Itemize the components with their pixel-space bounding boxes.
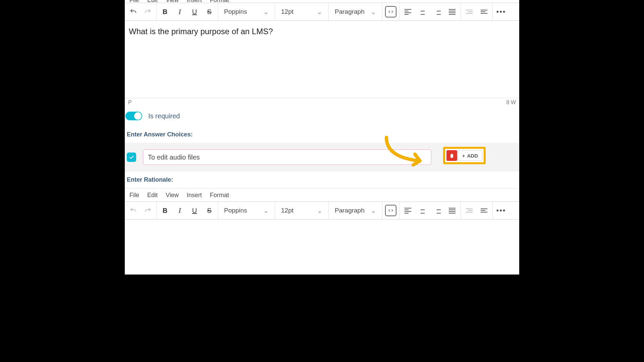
underline-button[interactable]: U bbox=[189, 6, 200, 17]
font-family-select-2[interactable]: Poppins ⌄ bbox=[221, 207, 272, 215]
chevron-down-icon: ⌄ bbox=[263, 8, 269, 16]
chevron-down-icon: ⌄ bbox=[317, 8, 322, 16]
block-format-select-2[interactable]: Paragraph ⌄ bbox=[331, 207, 379, 215]
align-right-button-2[interactable] bbox=[432, 205, 443, 216]
menu-file-2[interactable]: File bbox=[129, 192, 139, 199]
menu-insert-2[interactable]: Insert bbox=[187, 192, 202, 199]
answer-choice-row: + ADD bbox=[125, 143, 519, 172]
choices-label: Enter Answer Choices: bbox=[125, 124, 519, 143]
toolbar-question: B I U S Poppins ⌄ 12pt ⌄ Paragraph bbox=[125, 3, 519, 21]
bold-button[interactable]: B bbox=[159, 6, 171, 17]
indent-button[interactable] bbox=[478, 6, 490, 17]
question-text: What is the primary purpose of an LMS? bbox=[129, 27, 273, 36]
plus-icon: + bbox=[462, 153, 465, 159]
strike-button-2[interactable]: S bbox=[204, 205, 215, 216]
choice-checkbox[interactable] bbox=[127, 153, 136, 162]
menu-edit-2[interactable]: Edit bbox=[147, 192, 158, 199]
more-button-2[interactable]: ••• bbox=[495, 205, 507, 216]
block-format-select[interactable]: Paragraph ⌄ bbox=[331, 8, 379, 16]
italic-button[interactable]: I bbox=[174, 6, 185, 17]
font-family-label: Poppins bbox=[224, 8, 247, 15]
italic-button-2[interactable]: I bbox=[174, 205, 185, 216]
redo-button-2[interactable] bbox=[142, 205, 154, 216]
required-toggle[interactable] bbox=[125, 112, 142, 120]
status-words: 8 W bbox=[506, 100, 516, 106]
menubar-top: File Edit View Insert Format bbox=[125, 0, 519, 3]
align-left-button-2[interactable] bbox=[402, 205, 414, 216]
status-path: P bbox=[128, 100, 132, 106]
align-justify-button[interactable] bbox=[446, 6, 458, 17]
delete-choice-button[interactable] bbox=[446, 150, 457, 161]
font-size-label: 12pt bbox=[281, 8, 293, 15]
redo-button[interactable] bbox=[142, 6, 154, 17]
chevron-down-icon: ⌄ bbox=[371, 207, 376, 215]
font-size-select-2[interactable]: 12pt ⌄ bbox=[278, 207, 326, 215]
font-family-select[interactable]: Poppins ⌄ bbox=[221, 8, 272, 16]
add-choice-button[interactable]: + ADD bbox=[458, 150, 482, 161]
undo-button[interactable] bbox=[127, 6, 139, 17]
font-size-select[interactable]: 12pt ⌄ bbox=[278, 8, 326, 16]
align-center-button[interactable] bbox=[417, 6, 428, 17]
align-center-button-2[interactable] bbox=[417, 205, 428, 216]
rationale-editor[interactable] bbox=[125, 220, 519, 275]
code-button[interactable] bbox=[385, 6, 396, 17]
menu-view-2[interactable]: View bbox=[166, 192, 179, 199]
align-right-button[interactable] bbox=[432, 6, 443, 17]
chevron-down-icon: ⌄ bbox=[371, 8, 376, 16]
outdent-button[interactable] bbox=[464, 6, 475, 17]
choice-input[interactable] bbox=[143, 149, 431, 165]
menubar-rationale: File Edit View Insert Format bbox=[125, 188, 519, 201]
indent-button-2[interactable] bbox=[478, 205, 490, 216]
question-editor[interactable]: What is the primary purpose of an LMS? bbox=[125, 21, 519, 98]
add-delete-highlight: + ADD bbox=[443, 147, 486, 164]
code-button-2[interactable] bbox=[385, 205, 396, 216]
chevron-down-icon: ⌄ bbox=[317, 207, 322, 215]
add-label: ADD bbox=[467, 153, 478, 159]
more-button[interactable]: ••• bbox=[495, 6, 507, 17]
bold-button-2[interactable]: B bbox=[159, 205, 171, 216]
block-format-label: Paragraph bbox=[335, 8, 365, 15]
strike-button[interactable]: S bbox=[204, 6, 215, 17]
required-row: Is required bbox=[125, 108, 519, 124]
align-justify-button-2[interactable] bbox=[446, 205, 458, 216]
editor-statusbar: P 8 W bbox=[125, 98, 519, 108]
underline-button-2[interactable]: U bbox=[189, 205, 200, 216]
undo-button-2[interactable] bbox=[127, 205, 139, 216]
rationale-label: Enter Rationale: bbox=[125, 172, 519, 188]
toolbar-rationale: B I U S Poppins ⌄ 12pt ⌄ Paragraph bbox=[125, 201, 519, 220]
align-left-button[interactable] bbox=[402, 6, 414, 17]
chevron-down-icon: ⌄ bbox=[263, 207, 269, 215]
menu-format-2[interactable]: Format bbox=[210, 192, 229, 199]
required-label: Is required bbox=[148, 112, 180, 120]
outdent-button-2[interactable] bbox=[464, 205, 475, 216]
